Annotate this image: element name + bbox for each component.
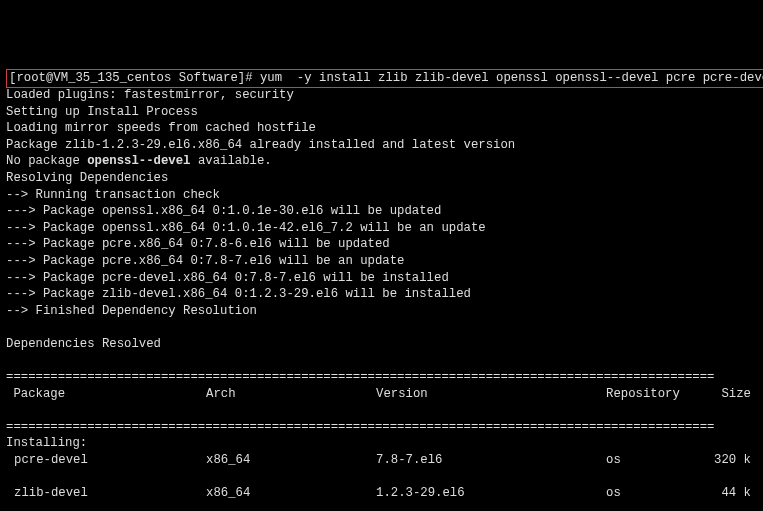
deps-resolved: Dependencies Resolved [6, 337, 161, 351]
table-row: pcre-develx86_647.8-7.el6os320 k [6, 452, 757, 469]
prompt-highlight: [root@VM_35_135_centos Software]# yum -y… [6, 69, 763, 88]
no-pkg-pre: No package [6, 154, 87, 168]
col-repository: Repository [606, 386, 711, 403]
line-run-check: --> Running transaction check [6, 188, 220, 202]
dep-line: ---> Package openssl.x86_64 0:1.0.1e-42.… [6, 221, 486, 235]
prompt-user: root [16, 71, 46, 85]
cell-pkg: pcre-devel [6, 452, 206, 469]
hrule: ========================================… [6, 420, 714, 434]
no-pkg-name: openssl--devel [87, 154, 190, 168]
col-arch: Arch [206, 386, 376, 403]
col-size: Size [711, 386, 751, 403]
cell-ver: 7.8-7.el6 [376, 452, 606, 469]
hrule: ========================================… [6, 370, 714, 384]
prompt-host: VM_35_135_centos [53, 71, 171, 85]
col-version: Version [376, 386, 606, 403]
line-plugins: Loaded plugins: fastestmirror, security [6, 88, 294, 102]
cell-size: 320 k [711, 452, 751, 469]
line-finished: --> Finished Dependency Resolution [6, 304, 257, 318]
cell-arch: x86_64 [206, 485, 376, 502]
terminal-output: [root@VM_35_135_centos Software]# yum -y… [6, 71, 763, 511]
table-header: PackageArchVersionRepositorySize [6, 386, 757, 403]
dep-line: ---> Package pcre.x86_64 0:7.8-7.el6 wil… [6, 254, 404, 268]
prompt-cwd: Software [179, 71, 238, 85]
line-no-package: No package openssl--devel available. [6, 154, 272, 168]
cell-ver: 1.2.3-29.el6 [376, 485, 606, 502]
prompt-suffix: ]# [238, 71, 260, 85]
no-pkg-post: available. [191, 154, 272, 168]
table-row: zlib-develx86_641.2.3-29.el6os44 k [6, 485, 757, 502]
cell-size: 44 k [711, 485, 751, 502]
cell-pkg: zlib-devel [6, 485, 206, 502]
line-setup: Setting up Install Process [6, 105, 198, 119]
dep-line: ---> Package pcre-devel.x86_64 0:7.8-7.e… [6, 271, 449, 285]
installing-label: Installing: [6, 436, 87, 450]
line-resolving: Resolving Dependencies [6, 171, 168, 185]
command-input[interactable]: yum -y install zlib zlib-devel openssl o… [260, 71, 763, 85]
cell-repo: os [606, 485, 711, 502]
line-mirror: Loading mirror speeds from cached hostfi… [6, 121, 316, 135]
dep-line: ---> Package zlib-devel.x86_64 0:1.2.3-2… [6, 287, 471, 301]
cell-repo: os [606, 452, 711, 469]
col-package: Package [6, 386, 206, 403]
dep-line: ---> Package pcre.x86_64 0:7.8-6.el6 wil… [6, 237, 390, 251]
cell-arch: x86_64 [206, 452, 376, 469]
dep-line: ---> Package openssl.x86_64 0:1.0.1e-30.… [6, 204, 441, 218]
line-zlib-installed: Package zlib-1.2.3-29.el6.x86_64 already… [6, 138, 515, 152]
